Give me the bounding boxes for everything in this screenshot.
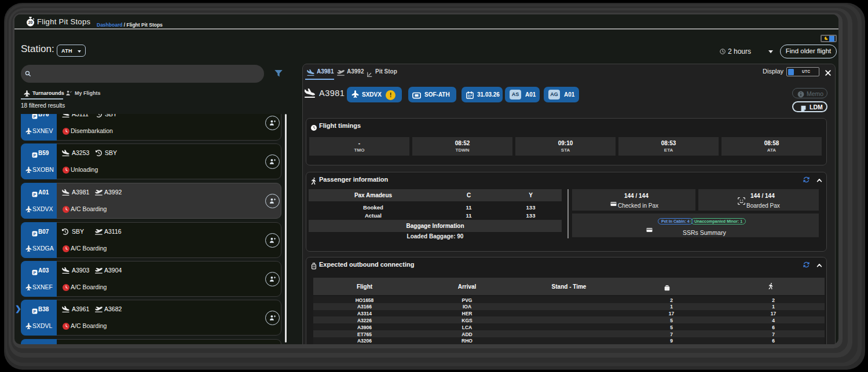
svg-text:P: P: [34, 115, 36, 119]
svg-text:P: P: [34, 310, 36, 314]
svg-text:P: P: [34, 232, 36, 237]
svg-text:P: P: [34, 271, 36, 275]
svg-text:20: 20: [28, 20, 33, 24]
svg-text:P: P: [34, 193, 36, 197]
svg-text:P: P: [34, 153, 36, 158]
